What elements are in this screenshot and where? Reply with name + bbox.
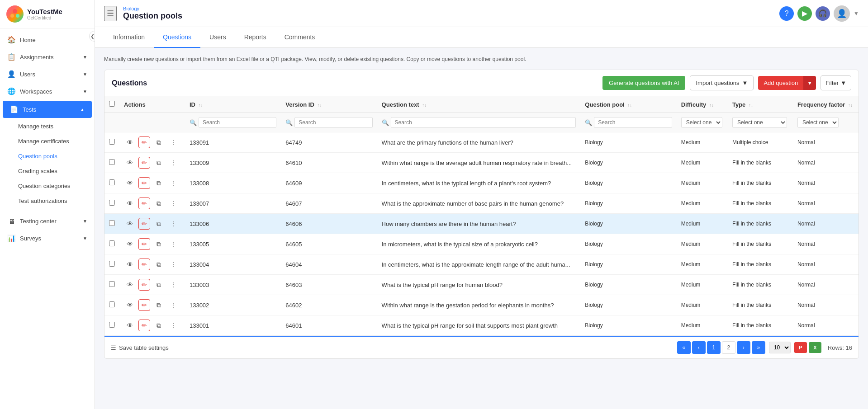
view-icon[interactable]: 👁 (124, 299, 136, 311)
copy-icon[interactable]: ⧉ (153, 238, 165, 250)
row-checkbox[interactable] (109, 179, 115, 185)
view-icon[interactable]: 👁 (124, 177, 136, 189)
sidebar-sub-question-pools[interactable]: Question pools (0, 149, 95, 164)
header-version-id[interactable]: Version ID ↑↓ (281, 96, 377, 113)
edit-icon[interactable]: ✏ (138, 259, 150, 270)
copy-icon[interactable]: ⧉ (153, 299, 165, 311)
header-question-text[interactable]: Question text ↑↓ (377, 96, 581, 113)
headset-button[interactable]: 🎧 (816, 6, 830, 21)
copy-icon[interactable]: ⧉ (153, 279, 165, 291)
tab-information[interactable]: Information (104, 27, 154, 48)
filter-button[interactable]: Filter ▼ (821, 75, 851, 90)
more-icon[interactable]: ⋮ (167, 320, 179, 331)
header-difficulty[interactable]: Difficulty ↑↓ (677, 96, 728, 113)
import-questions-button[interactable]: Import questions ▼ (690, 75, 754, 90)
view-icon[interactable]: 👁 (124, 218, 136, 230)
page-2-button[interactable]: 2 (722, 341, 735, 354)
tab-comments[interactable]: Comments (275, 27, 324, 48)
edit-icon[interactable]: ✏ (138, 136, 150, 148)
edit-icon[interactable]: ✏ (138, 157, 150, 169)
more-icon[interactable]: ⋮ (167, 218, 179, 230)
copy-icon[interactable]: ⧉ (153, 157, 165, 169)
more-icon[interactable]: ⋮ (167, 238, 179, 250)
add-question-chevron-button[interactable]: ▼ (803, 76, 816, 90)
edit-icon[interactable]: ✏ (138, 299, 150, 311)
row-checkbox[interactable] (109, 200, 115, 206)
copy-icon[interactable]: ⧉ (153, 320, 165, 331)
more-icon[interactable]: ⋮ (167, 197, 179, 209)
tab-reports[interactable]: Reports (235, 27, 275, 48)
difficulty-select[interactable]: Select one Easy Medium Hard (681, 117, 722, 128)
topbar-chevron-icon[interactable]: ▼ (854, 10, 859, 17)
more-icon[interactable]: ⋮ (167, 279, 179, 291)
next-page-button[interactable]: › (737, 341, 750, 354)
tab-questions[interactable]: Questions (154, 27, 200, 48)
edit-icon[interactable]: ✏ (138, 218, 150, 230)
view-icon[interactable]: 👁 (124, 197, 136, 209)
sidebar-sub-test-authorizations[interactable]: Test authorizations (0, 193, 95, 208)
search-pool-input[interactable] (594, 117, 672, 128)
export-xls-button[interactable]: X (809, 342, 821, 353)
more-icon[interactable]: ⋮ (167, 299, 179, 311)
header-type[interactable]: Type ↑↓ (728, 96, 793, 113)
edit-icon[interactable]: ✏ (138, 238, 150, 250)
copy-icon[interactable]: ⧉ (153, 136, 165, 148)
sidebar-item-users[interactable]: 👤 Users ▼ (0, 66, 95, 83)
view-icon[interactable]: 👁 (124, 279, 136, 291)
row-checkbox[interactable] (109, 240, 115, 246)
help-button[interactable]: ? (779, 6, 794, 21)
row-checkbox[interactable] (109, 139, 115, 145)
view-icon[interactable]: 👁 (124, 259, 136, 270)
sidebar-item-home[interactable]: 🏠 Home (0, 31, 95, 48)
sidebar-item-assignments[interactable]: 📋 Assignments ▼ (0, 48, 95, 66)
header-frequency[interactable]: Frequency factor ↑↓ (793, 96, 859, 113)
header-question-pool[interactable]: Question pool ↑↓ (580, 96, 676, 113)
add-question-button[interactable]: Add question (758, 76, 803, 90)
copy-icon[interactable]: ⧉ (153, 218, 165, 230)
rows-per-page-select[interactable]: 10 25 50 (769, 342, 791, 353)
row-checkbox[interactable] (109, 261, 115, 267)
first-page-button[interactable]: « (677, 341, 691, 354)
prev-page-button[interactable]: ‹ (692, 341, 706, 354)
save-settings[interactable]: ☰ Save table settings (111, 344, 674, 351)
more-icon[interactable]: ⋮ (167, 136, 179, 148)
row-checkbox[interactable] (109, 281, 115, 287)
row-checkbox[interactable] (109, 220, 115, 226)
copy-icon[interactable]: ⧉ (153, 197, 165, 209)
type-select[interactable]: Select one Multiple choice Fill in the b… (732, 117, 787, 128)
sidebar-sub-question-categories[interactable]: Question categories (0, 179, 95, 193)
sidebar-sub-grading-scales[interactable]: Grading scales (0, 164, 95, 179)
sidebar-sub-manage-certificates[interactable]: Manage certificates (0, 134, 95, 149)
more-icon[interactable]: ⋮ (167, 259, 179, 270)
sidebar-item-tests[interactable]: 📄 Tests ▲ (3, 101, 92, 118)
view-icon[interactable]: 👁 (124, 238, 136, 250)
header-id[interactable]: ID ↑↓ (185, 96, 281, 113)
sidebar-item-testing-center[interactable]: 🖥 Testing center ▼ (0, 213, 95, 230)
more-icon[interactable]: ⋮ (167, 157, 179, 169)
last-page-button[interactable]: » (752, 341, 765, 354)
export-pdf-button[interactable]: P (794, 342, 807, 353)
sidebar-sub-manage-tests[interactable]: Manage tests (0, 119, 95, 134)
sidebar-item-surveys[interactable]: 📊 Surveys ▼ (0, 230, 95, 247)
search-qtext-input[interactable] (391, 117, 576, 128)
select-all-checkbox[interactable] (109, 101, 115, 107)
search-version-input[interactable] (294, 117, 372, 128)
generate-questions-button[interactable]: Generate questions with AI (602, 76, 685, 90)
edit-icon[interactable]: ✏ (138, 197, 150, 209)
edit-icon[interactable]: ✏ (138, 320, 150, 331)
edit-icon[interactable]: ✏ (138, 177, 150, 189)
more-icon[interactable]: ⋮ (167, 177, 179, 189)
copy-icon[interactable]: ⧉ (153, 177, 165, 189)
edit-icon[interactable]: ✏ (138, 279, 150, 291)
frequency-select[interactable]: Select one Normal (797, 117, 839, 128)
avatar[interactable]: 👤 (834, 5, 850, 22)
hamburger-button[interactable]: ☰ (104, 6, 117, 21)
view-icon[interactable]: 👁 (124, 136, 136, 148)
row-checkbox[interactable] (109, 159, 115, 165)
sidebar-item-workspaces[interactable]: 🌐 Workspaces ▼ (0, 83, 95, 100)
view-icon[interactable]: 👁 (124, 320, 136, 331)
tab-users[interactable]: Users (200, 27, 235, 48)
view-icon[interactable]: 👁 (124, 157, 136, 169)
search-id-input[interactable] (199, 117, 276, 128)
play-button[interactable]: ▶ (797, 6, 812, 21)
